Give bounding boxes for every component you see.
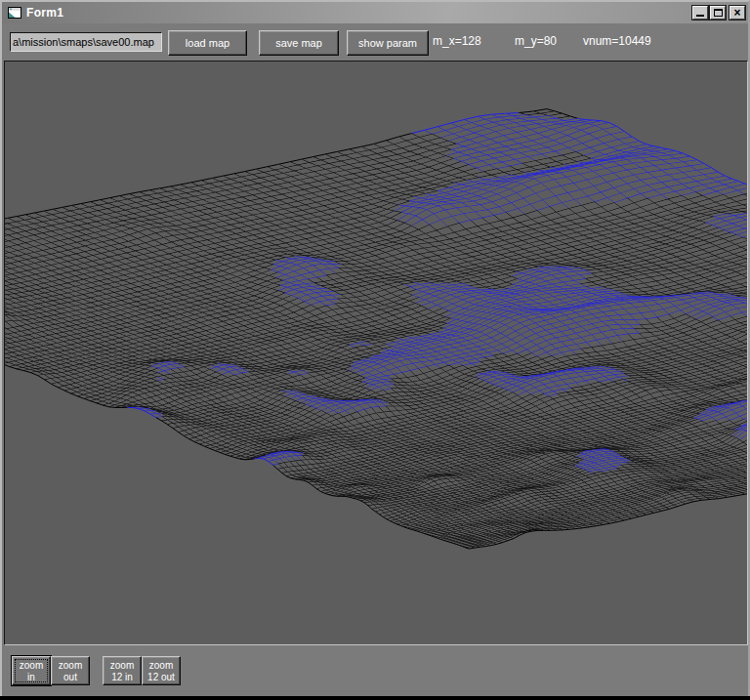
map-path-input[interactable] [10, 32, 162, 52]
load-map-button[interactable]: load map [168, 30, 247, 56]
minimize-icon [696, 15, 704, 17]
zoom-in-button[interactable]: zoom in [12, 656, 51, 685]
save-map-button[interactable]: save map [259, 30, 339, 56]
close-button[interactable]: × [729, 6, 745, 20]
form-icon [7, 5, 22, 21]
stat-m-y: m_y=80 [515, 34, 557, 48]
zoom-out-button[interactable]: zoom out [51, 656, 90, 685]
window-title: Form1 [26, 6, 690, 20]
show-param-button[interactable]: show param [347, 30, 429, 56]
zoom-12-out-button[interactable]: zoom 12 out [142, 656, 181, 685]
app-window: Form1 × load map save map show param m_x… [0, 0, 750, 696]
terrain-panel [4, 61, 748, 645]
titlebar: Form1 × [2, 2, 748, 23]
stat-vnum: vnum=10449 [583, 34, 651, 48]
close-icon: × [733, 8, 740, 19]
maximize-icon [714, 9, 723, 17]
maximize-button[interactable] [710, 6, 726, 20]
zoom-12-in-button[interactable]: zoom 12 in [103, 656, 142, 685]
stat-m-x: m_x=128 [433, 34, 481, 48]
minimize-button[interactable] [692, 6, 708, 20]
terrain-canvas [5, 62, 747, 644]
